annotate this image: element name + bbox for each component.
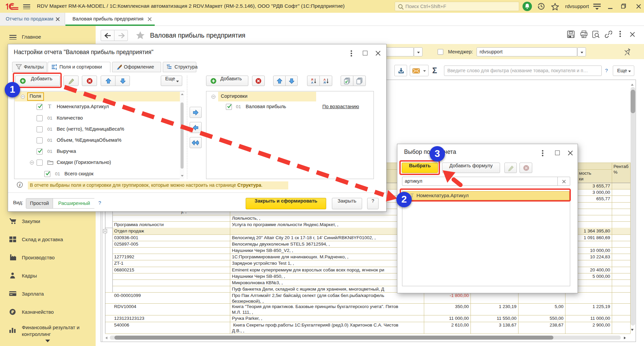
h-scroll-right-icon[interactable] xyxy=(624,337,626,339)
back-button[interactable] xyxy=(101,30,114,41)
item-checkbox[interactable] xyxy=(37,126,43,132)
close-button[interactable]: Закрыть xyxy=(332,198,362,209)
tab-gross-profit[interactable]: Валовая прибыль предприятия xyxy=(65,13,155,26)
sort-order-link[interactable]: По возрастанию xyxy=(322,104,359,109)
pin-icon[interactable] xyxy=(624,48,632,55)
tree-expander-icon[interactable] xyxy=(21,95,25,99)
edit-field-button[interactable] xyxy=(63,76,79,86)
move-down-button[interactable] xyxy=(115,76,130,86)
move-left-button[interactable] xyxy=(190,122,202,133)
fields-more-button[interactable]: Еще xyxy=(161,76,182,86)
history-icon[interactable] xyxy=(538,3,545,10)
field-list[interactable]: TНоменклатура.Артикул xyxy=(402,189,570,286)
dialog-menu-icon[interactable] xyxy=(350,50,352,57)
filter-help[interactable]: ? xyxy=(605,68,608,73)
print-preview-icon[interactable] xyxy=(592,31,600,38)
row-expander-icon[interactable] xyxy=(103,229,107,233)
close-and-generate-button[interactable]: Закрыть и сформировать xyxy=(246,198,326,209)
h-scrollbar-thumb[interactable] xyxy=(114,336,553,340)
move-right-button[interactable] xyxy=(190,107,202,118)
tab-close-icon[interactable] xyxy=(148,17,152,21)
add-formula-button[interactable]: Добавить формулу xyxy=(442,163,500,173)
item-checkbox[interactable] xyxy=(37,115,43,121)
item-checkbox[interactable] xyxy=(37,104,43,110)
forward-button[interactable] xyxy=(114,30,128,41)
user-name[interactable]: rdvsupport xyxy=(565,3,589,9)
move-up-button[interactable] xyxy=(101,76,115,86)
manager-combo[interactable]: rdvsupport xyxy=(477,47,577,56)
service-menu-icon[interactable] xyxy=(593,3,601,10)
sort-desc-button[interactable]: АЯ xyxy=(319,76,332,86)
report-star-icon[interactable] xyxy=(136,31,145,40)
global-search-input[interactable]: Поиск Ctrl+Shift+F xyxy=(395,2,519,11)
field-tree-item[interactable]: 01 Объем, %ЕдиницаОбъема% xyxy=(15,135,180,146)
tree-scroll-down-icon[interactable] xyxy=(181,175,184,177)
item-checkbox[interactable] xyxy=(226,104,232,110)
view-help-link[interactable]: ? xyxy=(98,200,101,206)
search-clear-button[interactable] xyxy=(557,177,570,186)
get-link-icon[interactable] xyxy=(605,31,612,38)
settings-tab-2[interactable]: Оформление xyxy=(112,62,161,72)
v-scroll-down-icon[interactable] xyxy=(631,329,634,331)
field-tree-item[interactable]: T Номенклатура.Артикул xyxy=(15,101,180,113)
delete-field-button[interactable] xyxy=(82,76,97,86)
field-tree-item[interactable]: 01 Количество xyxy=(15,113,180,124)
dialog-close-icon[interactable] xyxy=(568,150,573,156)
item-checkbox[interactable] xyxy=(37,160,43,166)
dialog-maximize-icon[interactable] xyxy=(363,51,367,55)
period-combo-arrow[interactable] xyxy=(414,47,423,56)
dialog-close-icon[interactable] xyxy=(376,51,381,56)
tab-sales-reports[interactable]: Отчеты по продажам xyxy=(0,13,65,26)
move-all-left-button[interactable] xyxy=(190,137,202,148)
sidebar-expand-icon[interactable] xyxy=(45,339,50,343)
delete-button-disabled[interactable] xyxy=(519,163,532,173)
sort-down-button[interactable] xyxy=(285,76,298,86)
mail-button[interactable] xyxy=(410,65,429,76)
notifications-icon[interactable] xyxy=(523,2,532,11)
manager-checkbox[interactable] xyxy=(438,49,443,55)
manager-combo-arrow[interactable] xyxy=(577,47,586,56)
download-button[interactable] xyxy=(394,65,407,76)
item-checkbox[interactable] xyxy=(37,148,43,155)
view-advanced-button[interactable]: Расширенный xyxy=(53,199,95,208)
period-combo-remnant[interactable] xyxy=(387,47,414,56)
sort-asc-button[interactable]: ЯА xyxy=(307,76,320,86)
delete-sort-button[interactable] xyxy=(252,76,265,86)
settings-tab-1[interactable]: Поля и сортировки xyxy=(48,62,110,73)
tree-scrollbar-thumb[interactable] xyxy=(181,102,184,169)
tree-expander-icon[interactable] xyxy=(30,161,34,165)
check-all-button[interactable] xyxy=(341,76,353,86)
table-filter-input[interactable]: Введите слово для фильтра (название това… xyxy=(444,66,602,76)
tab-close-icon[interactable] xyxy=(56,17,60,21)
field-tree-item[interactable]: 01 Вес (нетто), %ЕдиницаВеса% xyxy=(15,124,180,135)
more-menu-icon[interactable] xyxy=(619,31,621,39)
tree-expander-icon[interactable] xyxy=(211,95,215,99)
field-tree-item[interactable]: Скидки (Горизонтально) xyxy=(15,157,180,168)
save-icon[interactable] xyxy=(567,31,575,38)
item-checkbox[interactable] xyxy=(44,171,50,177)
main-menu-icon[interactable] xyxy=(23,3,31,9)
sort-tree-item[interactable]: 01 Валовая прибыль По возрастанию xyxy=(207,102,374,113)
item-checkbox[interactable] xyxy=(37,137,43,143)
more-button[interactable]: Еще xyxy=(613,66,634,76)
settings-tab-0[interactable]: Фильтры xyxy=(12,62,47,72)
add-sort-button[interactable]: Добавить xyxy=(206,76,248,86)
maximize-icon[interactable] xyxy=(621,4,626,9)
favorites-icon[interactable] xyxy=(551,3,559,10)
uncheck-all-button[interactable] xyxy=(353,76,366,86)
sort-up-button[interactable] xyxy=(273,76,286,86)
field-search-input[interactable]: артикул xyxy=(402,177,558,186)
field-tree-item[interactable]: 01 Выручка xyxy=(15,146,180,157)
field-tree-item[interactable]: 01 Всего скидок xyxy=(15,169,180,180)
h-scroll-left-icon[interactable] xyxy=(105,337,107,339)
close-window-icon[interactable] xyxy=(636,4,641,9)
dialog-help-button[interactable]: ? xyxy=(367,198,379,209)
dialog-maximize-icon[interactable] xyxy=(555,150,560,155)
tree-scroll-up-icon[interactable] xyxy=(181,93,184,95)
v-scrollbar-thumb[interactable] xyxy=(631,90,635,113)
print-icon[interactable] xyxy=(580,31,588,38)
view-simple-button[interactable]: Простой xyxy=(26,199,53,208)
dialog-menu-icon[interactable] xyxy=(542,150,544,157)
close-form-icon[interactable] xyxy=(630,32,635,37)
v-scroll-up-icon[interactable] xyxy=(631,84,634,86)
